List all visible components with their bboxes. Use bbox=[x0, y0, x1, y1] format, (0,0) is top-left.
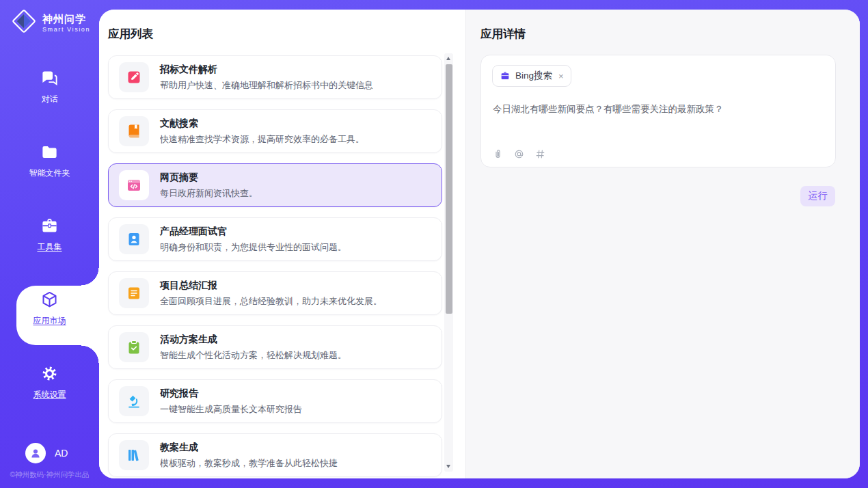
app-list-title: 应用列表 bbox=[108, 27, 153, 42]
user-name: AD bbox=[55, 448, 68, 459]
brand-logo-icon bbox=[11, 8, 37, 37]
app-card[interactable]: 网页摘要 每日政府新闻资讯快查。 bbox=[108, 163, 442, 207]
app-card[interactable]: 教案生成 模板驱动，教案秒成，教学准备从此轻松快捷 bbox=[108, 433, 442, 477]
folder-icon bbox=[40, 143, 59, 161]
app-card[interactable]: 产品经理面试官 明确身份和职责，为您提供专业性的面试问题。 bbox=[108, 217, 442, 261]
app-card-title: 教案生成 bbox=[160, 442, 338, 454]
sidebar-item-label: 智能文件夹 bbox=[29, 167, 70, 179]
app-card[interactable]: 活动方案生成 智能生成个性化活动方案，轻松解决规划难题。 bbox=[108, 325, 442, 369]
app-card[interactable]: 招标文件解析 帮助用户快速、准确地理解和解析招标书中的关键信息 bbox=[108, 55, 442, 99]
scrollbar-thumb[interactable] bbox=[446, 64, 452, 314]
app-card-title: 项目总结汇报 bbox=[160, 280, 382, 292]
run-button[interactable]: 运行 bbox=[800, 186, 835, 206]
app-card-description: 智能生成个性化活动方案，轻松解决规划难题。 bbox=[160, 349, 347, 362]
brand: 神州问学 Smart Vision bbox=[11, 8, 90, 37]
app-card-title: 产品经理面试官 bbox=[160, 226, 347, 238]
app-card-description: 全面回顾项目进展，总结经验教训，助力未来优化发展。 bbox=[160, 295, 382, 308]
sidebar-item[interactable]: 工具集 bbox=[0, 198, 99, 271]
paperclip-icon[interactable] bbox=[492, 148, 504, 160]
app-card-list: 招标文件解析 帮助用户快速、准确地理解和解析招标书中的关键信息 文献搜索 快速精… bbox=[108, 55, 442, 478]
app-detail-title: 应用详情 bbox=[480, 27, 526, 42]
app-card-title: 研究报告 bbox=[160, 388, 302, 400]
doc-edit-icon bbox=[119, 62, 149, 92]
interviewer-icon bbox=[119, 224, 149, 254]
sidebar: 神州问学 Smart Vision 对话 智能文件夹 bbox=[0, 0, 99, 488]
app-card-title: 招标文件解析 bbox=[160, 64, 373, 76]
sidebar-item-label: 对话 bbox=[42, 94, 58, 105]
app-list-panel: 应用列表 招标文件解析 帮助用户快速、准确地理解和解析招标书中的关键信息 bbox=[99, 10, 465, 478]
app-card-description: 明确身份和职责，为您提供专业性的面试问题。 bbox=[160, 241, 347, 254]
avatar[interactable] bbox=[25, 443, 46, 463]
sidebar-item-label: 系统设置 bbox=[33, 389, 66, 401]
clipboard-check-icon bbox=[119, 332, 149, 362]
prompt-card: Bing搜索 × 今日湖北有哪些新闻要点？有哪些需要关注的最新政策？ bbox=[480, 55, 836, 167]
main-panel: 应用列表 招标文件解析 帮助用户快速、准确地理解和解析招标书中的关键信息 bbox=[99, 10, 860, 478]
sidebar-nav: 对话 智能文件夹 工具集 bbox=[0, 50, 99, 419]
composer-toolbar bbox=[492, 148, 546, 160]
hash-icon[interactable] bbox=[534, 148, 546, 160]
tool-tag[interactable]: Bing搜索 × bbox=[492, 65, 571, 87]
gear-icon bbox=[40, 364, 59, 383]
app-card[interactable]: 文献搜索 快速精准查找学术资源，提高研究效率的必备工具。 bbox=[108, 109, 442, 153]
sidebar-item[interactable]: 智能文件夹 bbox=[0, 124, 99, 198]
app-detail-panel: 应用详情 Bing搜索 × 今日湖北有哪些新闻要点？有哪些需要关注的最新政策？ bbox=[465, 10, 860, 478]
at-icon[interactable] bbox=[513, 148, 525, 160]
memo-icon bbox=[119, 278, 149, 308]
app-card[interactable]: 研究报告 一键智能生成高质量长文本研究报告 bbox=[108, 379, 442, 423]
brand-subtitle: Smart Vision bbox=[42, 26, 90, 33]
sidebar-item-label: 工具集 bbox=[38, 241, 62, 253]
tool-tag-close-icon[interactable]: × bbox=[558, 71, 564, 81]
prompt-text[interactable]: 今日湖北有哪些新闻要点？有哪些需要关注的最新政策？ bbox=[493, 103, 824, 116]
user-row: AD bbox=[25, 443, 68, 463]
scrollbar-up-arrow[interactable] bbox=[446, 57, 450, 60]
tool-tag-label: Bing搜索 bbox=[515, 70, 552, 82]
briefcase-icon bbox=[500, 70, 511, 81]
toolbox-icon bbox=[40, 217, 59, 235]
app-card[interactable]: 项目总结汇报 全面回顾项目进展，总结经验教训，助力未来优化发展。 bbox=[108, 271, 442, 315]
sidebar-item[interactable]: 对话 bbox=[0, 50, 99, 124]
brand-name: 神州问学 bbox=[42, 13, 90, 25]
app-card-title: 文献搜索 bbox=[160, 118, 364, 130]
cube-icon bbox=[40, 290, 59, 309]
person-icon bbox=[29, 447, 42, 459]
app-card-description: 一键智能生成高质量长文本研究报告 bbox=[160, 403, 302, 416]
chat-icon bbox=[40, 69, 59, 87]
copyright-footer: ©神州数码·神州问学出品 bbox=[0, 470, 99, 480]
microscope-icon bbox=[119, 386, 149, 416]
books-icon bbox=[119, 440, 149, 470]
book-icon bbox=[119, 116, 149, 146]
app-card-description: 帮助用户快速、准确地理解和解析招标书中的关键信息 bbox=[160, 79, 373, 92]
sidebar-item[interactable]: 系统设置 bbox=[0, 345, 99, 419]
app-card-description: 快速精准查找学术资源，提高研究效率的必备工具。 bbox=[160, 133, 364, 146]
app-card-title: 网页摘要 bbox=[160, 172, 258, 184]
sidebar-item-label: 应用市场 bbox=[33, 315, 66, 327]
app-card-description: 模板驱动，教案秒成，教学准备从此轻松快捷 bbox=[160, 457, 338, 470]
scrollbar-down-arrow[interactable] bbox=[446, 465, 450, 468]
app-card-title: 活动方案生成 bbox=[160, 334, 347, 346]
browser-code-icon bbox=[119, 170, 149, 200]
sidebar-item[interactable]: 应用市场 bbox=[0, 271, 99, 345]
app-card-description: 每日政府新闻资讯快查。 bbox=[160, 187, 258, 200]
scrollbar[interactable] bbox=[444, 53, 453, 472]
